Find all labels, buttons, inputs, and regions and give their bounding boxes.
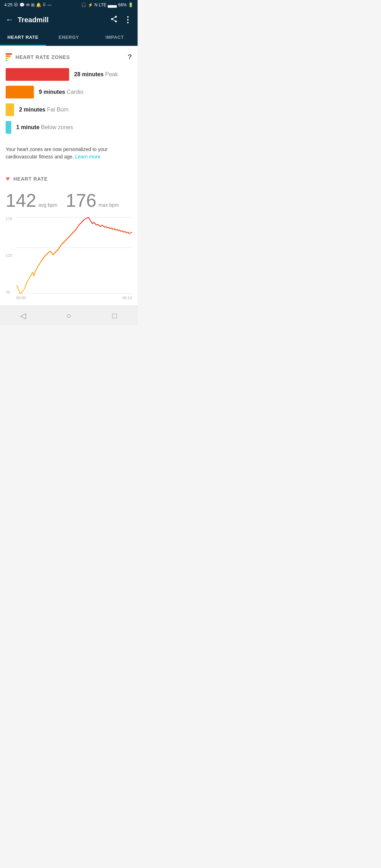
chart-container: 176 123 70 [0, 217, 138, 306]
y-label-top: 176 [6, 217, 15, 221]
time-display: 4:25 [4, 2, 12, 7]
notification-icon: 💬 [19, 2, 25, 7]
hr-avg-value: 142 [6, 190, 36, 211]
back-button[interactable]: ← [6, 15, 13, 24]
zone-below-minutes: 1 minute [16, 124, 40, 130]
zone-fatburn-text: 2 minutes Fat Burn [19, 107, 69, 113]
learn-more-link[interactable]: Learn more [75, 154, 101, 159]
zone-fatburn-label: Fat Burn [47, 107, 68, 113]
zone-below-text: 1 minute Below zones [16, 124, 73, 131]
zone-peak-bar [6, 68, 69, 81]
tab-impact[interactable]: IMPACT [92, 30, 138, 46]
recents-nav-button[interactable]: □ [104, 309, 125, 322]
hr-chart-line [16, 217, 132, 294]
zone-fatburn-minutes: 2 minutes [19, 107, 46, 113]
zone-cardio-row: 9 minutes Cardio [6, 86, 132, 98]
x-label-start: 00:00 [16, 296, 26, 300]
bluetooth-icon: ⚡ [88, 2, 93, 7]
zone-info-text: Your heart zones are now personalized to… [0, 144, 138, 168]
battery-display: 66% [118, 2, 127, 7]
hr-section-header: ♥ HEART RATE [0, 168, 138, 187]
battery-icon: 🔋 [128, 2, 133, 7]
zone-cardio-minutes: 9 minutes [39, 89, 65, 95]
hr-avg-unit: avg bpm [38, 202, 58, 208]
hr-max-stat: 176 max bpm [66, 190, 119, 211]
home-nav-button[interactable]: ○ [58, 309, 79, 322]
zone-cardio-label: Cardio [67, 89, 83, 95]
zone-peak-text: 28 minutes Peak [74, 71, 118, 78]
spotify-icon: ⦿ [14, 2, 18, 7]
tab-energy[interactable]: ENERGY [46, 30, 92, 46]
heart-icon: ♥ [6, 175, 10, 183]
zones-container: 28 minutes Peak 9 minutes Cardio 2 minut… [0, 65, 138, 144]
zones-header-left: HEART RATE ZONES [6, 53, 70, 61]
heart-rate-chart [16, 217, 132, 294]
zone-below-label: Below zones [41, 124, 73, 130]
lte-icon: LTE [99, 2, 106, 7]
zones-section-title: HEART RATE ZONES [16, 54, 70, 60]
msg-icon: ✉ [26, 2, 30, 7]
tab-bar: HEART RATE ENERGY IMPACT [0, 30, 138, 46]
tab-heart-rate[interactable]: HEART RATE [0, 30, 46, 46]
signal-icon: ▄▄▄ [108, 2, 117, 7]
grid-icon: ⊞ [31, 2, 35, 7]
nav-icons: ⋮ [110, 15, 132, 25]
zone-peak-row: 28 minutes Peak [6, 68, 132, 81]
hr-max-unit: max bpm [98, 202, 119, 208]
x-label-end: 40:14 [122, 296, 132, 300]
hr-section: ♥ HEART RATE 142 avg bpm 176 max bpm 176… [0, 168, 138, 306]
zone-below-row: 1 minute Below zones [6, 121, 132, 134]
dash-icon: — [47, 2, 52, 7]
zone-cardio-bar [6, 86, 34, 98]
bell-icon: 🔔 [36, 2, 41, 7]
content-area: HEART RATE ZONES ? 28 minutes Peak 9 min… [0, 46, 138, 306]
status-bar: 4:25 ⦿ 💬 ✉ ⊞ 🔔 ⠿ — 🎧 ⚡ N LTE ▄▄▄ 66% 🔋 [0, 0, 138, 10]
nfc-icon: N [95, 2, 98, 7]
dots-icon: ⠿ [43, 2, 46, 7]
hr-section-title: HEART RATE [13, 176, 48, 182]
help-button[interactable]: ? [128, 53, 132, 61]
back-nav-button[interactable]: ◁ [12, 309, 34, 322]
y-label-mid: 123 [6, 253, 15, 258]
zone-fatburn-bar [6, 103, 14, 116]
hr-max-value: 176 [66, 190, 96, 211]
share-button[interactable] [110, 15, 118, 25]
status-right: 🎧 ⚡ N LTE ▄▄▄ 66% 🔋 [81, 2, 133, 7]
status-left: 4:25 ⦿ 💬 ✉ ⊞ 🔔 ⠿ — [4, 2, 52, 7]
bottom-nav: ◁ ○ □ [0, 306, 138, 325]
zone-fatburn-row: 2 minutes Fat Burn [6, 103, 132, 116]
top-nav: ← Treadmill ⋮ [0, 10, 138, 30]
zone-below-bar [6, 121, 11, 134]
zones-stack-icon [6, 53, 12, 61]
y-label-bottom: 70 [6, 290, 15, 294]
page-title: Treadmill [18, 16, 110, 24]
zone-cardio-text: 9 minutes Cardio [39, 89, 83, 95]
zone-peak-minutes: 28 minutes [74, 71, 104, 77]
chart-x-labels: 00:00 40:14 [6, 294, 132, 300]
headphone-icon: 🎧 [81, 2, 86, 7]
hr-avg-stat: 142 avg bpm [6, 190, 57, 211]
zone-peak-label: Peak [105, 71, 118, 77]
hr-stats: 142 avg bpm 176 max bpm [0, 187, 138, 217]
zones-section-header: HEART RATE ZONES ? [0, 46, 138, 65]
more-options-button[interactable]: ⋮ [123, 15, 132, 25]
